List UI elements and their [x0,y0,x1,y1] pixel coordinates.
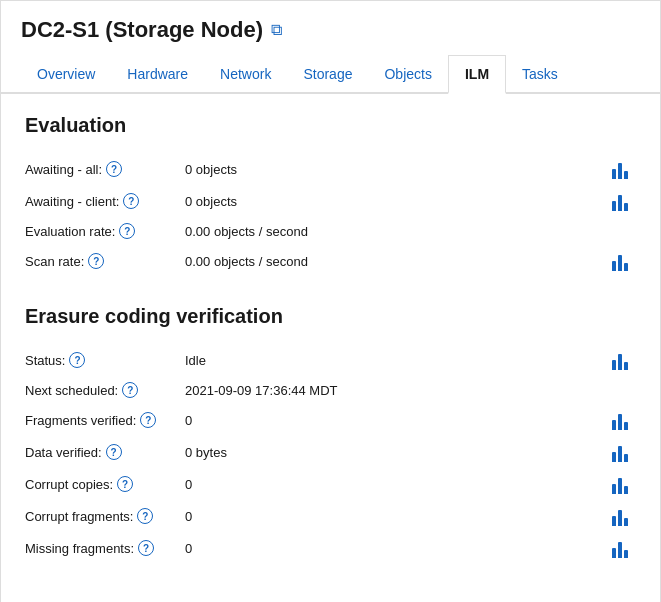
data-row: Status:?Idle [25,344,636,376]
help-icon[interactable]: ? [123,193,139,209]
chart-icon[interactable] [612,538,636,558]
evaluation-section: Evaluation Awaiting - all:?0 objectsAwai… [25,114,636,277]
row-value: 2021-09-09 17:36:44 MDT [185,383,636,398]
erasure-coding-title: Erasure coding verification [25,305,636,328]
tab-tasks[interactable]: Tasks [506,55,574,94]
row-label: Missing fragments:? [25,540,185,556]
row-value: 0 [185,541,604,556]
evaluation-title: Evaluation [25,114,636,137]
row-label: Next scheduled:? [25,382,185,398]
data-row: Missing fragments:?0 [25,532,636,564]
row-value: 0.00 objects / second [185,224,636,239]
main-content: Evaluation Awaiting - all:?0 objectsAwai… [1,94,660,602]
tab-objects[interactable]: Objects [368,55,447,94]
help-icon[interactable]: ? [119,223,135,239]
chart-icon[interactable] [612,410,636,430]
help-icon[interactable]: ? [122,382,138,398]
row-value: 0 [185,509,604,524]
help-icon[interactable]: ? [137,508,153,524]
row-label: Awaiting - client:? [25,193,185,209]
row-label: Corrupt fragments:? [25,508,185,524]
chart-icon[interactable] [612,191,636,211]
erasure-coding-section: Erasure coding verification Status:?Idle… [25,305,636,564]
row-value: 0 [185,477,604,492]
header: DC2-S1 (Storage Node) ⧉ [1,1,660,43]
tab-network[interactable]: Network [204,55,287,94]
help-icon[interactable]: ? [88,253,104,269]
chart-icon[interactable] [612,474,636,494]
row-label: Awaiting - all:? [25,161,185,177]
row-label: Fragments verified:? [25,412,185,428]
row-label: Evaluation rate:? [25,223,185,239]
row-value: 0 [185,413,604,428]
tab-ilm[interactable]: ILM [448,55,506,94]
row-label: Corrupt copies:? [25,476,185,492]
chart-icon[interactable] [612,506,636,526]
row-value: 0.00 objects / second [185,254,604,269]
row-value: 0 objects [185,194,604,209]
chart-icon[interactable] [612,251,636,271]
row-value: 0 objects [185,162,604,177]
help-icon[interactable]: ? [138,540,154,556]
help-icon[interactable]: ? [106,444,122,460]
chart-icon[interactable] [612,442,636,462]
external-link-icon[interactable]: ⧉ [271,21,282,39]
tab-overview[interactable]: Overview [21,55,111,94]
data-row: Fragments verified:?0 [25,404,636,436]
page-title: DC2-S1 (Storage Node) [21,17,263,43]
data-row: Data verified:?0 bytes [25,436,636,468]
row-value: Idle [185,353,604,368]
data-row: Awaiting - all:?0 objects [25,153,636,185]
help-icon[interactable]: ? [117,476,133,492]
data-row: Scan rate:?0.00 objects / second [25,245,636,277]
help-icon[interactable]: ? [69,352,85,368]
row-value: 0 bytes [185,445,604,460]
chart-icon[interactable] [612,159,636,179]
data-row: Corrupt copies:?0 [25,468,636,500]
tab-bar: OverviewHardwareNetworkStorageObjectsILM… [1,55,660,94]
help-icon[interactable]: ? [140,412,156,428]
help-icon[interactable]: ? [106,161,122,177]
data-row: Corrupt fragments:?0 [25,500,636,532]
data-row: Next scheduled:?2021-09-09 17:36:44 MDT [25,376,636,404]
data-row: Awaiting - client:?0 objects [25,185,636,217]
data-row: Evaluation rate:?0.00 objects / second [25,217,636,245]
chart-icon[interactable] [612,350,636,370]
row-label: Data verified:? [25,444,185,460]
tab-hardware[interactable]: Hardware [111,55,204,94]
row-label: Scan rate:? [25,253,185,269]
tab-storage[interactable]: Storage [287,55,368,94]
page-container: DC2-S1 (Storage Node) ⧉ OverviewHardware… [0,0,661,602]
row-label: Status:? [25,352,185,368]
